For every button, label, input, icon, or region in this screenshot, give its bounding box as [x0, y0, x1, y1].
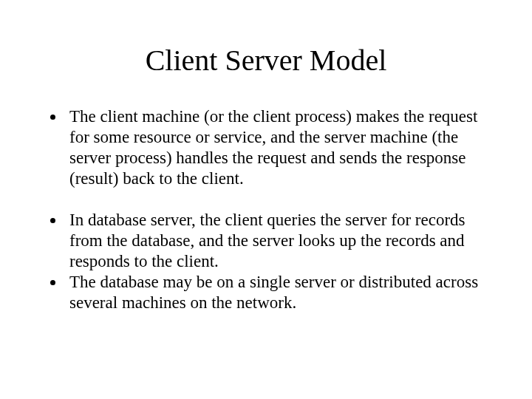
- bullet-item: The database may be on a single server o…: [65, 272, 488, 313]
- slide: Client Server Model The client machine (…: [0, 0, 532, 399]
- bullet-list: The client machine (or the client proces…: [44, 106, 488, 313]
- slide-title: Client Server Model: [44, 44, 488, 77]
- bullet-item: In database server, the client queries t…: [65, 210, 488, 272]
- bullet-item: The client machine (or the client proces…: [65, 106, 488, 189]
